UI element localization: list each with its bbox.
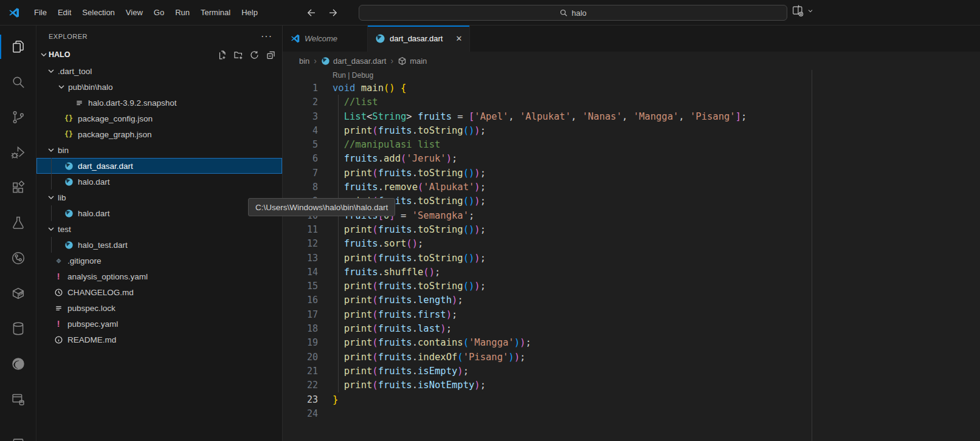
code-line-21[interactable]: 21 print(fruits.isEmpty); xyxy=(283,364,980,378)
line-number[interactable]: 23 xyxy=(283,393,318,407)
menu-edit[interactable]: Edit xyxy=(52,5,77,20)
line-number[interactable]: 6 xyxy=(283,152,318,166)
code-line-14[interactable]: 14 fruits.shuffle(); xyxy=(283,265,980,279)
line-number[interactable]: 16 xyxy=(283,293,318,307)
line-number[interactable]: 20 xyxy=(283,350,318,364)
line-number[interactable]: 14 xyxy=(283,265,318,279)
search-icon[interactable] xyxy=(0,64,36,100)
sidebar-more-actions-icon[interactable]: ··· xyxy=(261,31,272,42)
refresh-icon[interactable] xyxy=(249,50,260,60)
menu-go[interactable]: Go xyxy=(148,5,170,20)
tab-dart-dasar.dart[interactable]: dart_dasar.dart✕ xyxy=(368,26,470,52)
tree-folder-.dart-tool[interactable]: .dart_tool xyxy=(36,63,282,79)
code-line-3[interactable]: 3 List<String> fruits = ['Apel', 'Alpuka… xyxy=(283,110,980,124)
line-number[interactable]: 2 xyxy=(283,95,318,109)
line-number[interactable]: 8 xyxy=(283,180,318,194)
tree-file-halo.dart-3.9.2.snapshot[interactable]: halo.dart-3.9.2.snapshot xyxy=(36,95,282,111)
code-line-13[interactable]: 13 print(fruits.toString()); xyxy=(283,251,980,265)
code-line-23[interactable]: 23} xyxy=(283,393,980,407)
line-number[interactable]: 7 xyxy=(283,166,318,180)
containers-icon[interactable] xyxy=(0,276,36,311)
line-number[interactable]: 1 xyxy=(283,81,318,95)
folder-section-header[interactable]: HALO xyxy=(36,47,282,62)
tree-folder-bin[interactable]: bin xyxy=(36,142,282,158)
tree-folder-pub-bin-halo[interactable]: pub\bin\halo xyxy=(36,79,282,95)
code-line-22[interactable]: 22 print(fruits.isNotEmpty); xyxy=(283,378,980,392)
menu-run[interactable]: Run xyxy=(170,5,195,20)
testing-icon[interactable] xyxy=(0,205,36,241)
line-number[interactable]: 19 xyxy=(283,336,318,350)
line-number[interactable]: 15 xyxy=(283,279,318,293)
code-line-20[interactable]: 20 print(fruits.indexOf('Pisang')); xyxy=(283,350,980,364)
tree-file-analysis-options.yaml[interactable]: !analysis_options.yaml xyxy=(36,268,282,284)
new-file-icon[interactable] xyxy=(216,50,227,60)
sql-database-icon[interactable] xyxy=(0,381,36,417)
line-number[interactable]: 17 xyxy=(283,308,318,322)
new-folder-icon[interactable] xyxy=(233,50,243,60)
code-line-4[interactable]: 4 print(fruits.toString()); xyxy=(283,124,980,138)
code-line-18[interactable]: 18 print(fruits.last); xyxy=(283,322,980,336)
close-icon[interactable]: ✕ xyxy=(455,34,462,43)
line-number[interactable]: 12 xyxy=(283,237,318,251)
code-line-6[interactable]: 6 fruits.add('Jeruk'); xyxy=(283,152,980,166)
tree-file-package-config.json[interactable]: {}package_config.json xyxy=(36,111,282,126)
tab-welcome[interactable]: Welcome xyxy=(283,26,368,52)
breadcrumb-item-bin[interactable]: bin xyxy=(299,56,309,66)
codelens-run-link[interactable]: Run xyxy=(333,71,346,80)
menu-selection[interactable]: Selection xyxy=(77,5,120,20)
menu-terminal[interactable]: Terminal xyxy=(195,5,236,20)
command-center-search[interactable]: halo xyxy=(359,5,787,21)
line-number[interactable]: 22 xyxy=(283,378,318,392)
line-number[interactable]: 18 xyxy=(283,322,318,336)
tree-file-pubspec.lock[interactable]: pubspec.lock xyxy=(36,300,282,316)
line-number[interactable]: 3 xyxy=(283,110,318,124)
edge-tools-icon[interactable] xyxy=(0,346,36,381)
customize-layout-icon[interactable] xyxy=(791,4,804,18)
tree-file-.gitignore[interactable]: .gitignore xyxy=(36,253,282,268)
code-area[interactable]: Run | Debug 1void main() {2 //list3 List… xyxy=(283,70,980,441)
line-number[interactable]: 4 xyxy=(283,124,318,138)
tree-file-pubspec.yaml[interactable]: !pubspec.yaml xyxy=(36,316,282,332)
code-line-19[interactable]: 19 print(fruits.contains('Mangga')); xyxy=(283,336,980,350)
line-number[interactable]: 5 xyxy=(283,138,318,152)
tree-file-halo.dart[interactable]: halo.dart xyxy=(36,205,282,221)
line-number[interactable]: 24 xyxy=(283,407,318,421)
code-line-11[interactable]: 11 print(fruits.toString()); xyxy=(283,223,980,237)
menu-view[interactable]: View xyxy=(120,5,148,20)
gitlens-icon[interactable] xyxy=(0,241,36,276)
code-line-8[interactable]: 8 fruits.remove('Alpukat'); xyxy=(283,180,980,194)
code-line-7[interactable]: 7 print(fruits.toString()); xyxy=(283,166,980,180)
tree-folder-lib[interactable]: lib xyxy=(36,190,282,205)
code-line-1[interactable]: 1void main() { xyxy=(283,81,980,95)
collapse-all-icon[interactable] xyxy=(266,50,276,60)
line-number[interactable]: 13 xyxy=(283,251,318,265)
breadcrumb-item-main[interactable]: main xyxy=(398,56,427,66)
extensions-icon[interactable] xyxy=(0,170,36,205)
forward-arrow-icon[interactable] xyxy=(326,6,340,19)
breadcrumb-item-dart-dasar.dart[interactable]: dart_dasar.dart xyxy=(321,56,386,66)
code-line-15[interactable]: 15 print(fruits.toString()); xyxy=(283,279,980,293)
source-control-icon[interactable] xyxy=(0,100,36,135)
panel-partial-icon[interactable] xyxy=(0,417,36,441)
code-line-5[interactable]: 5 //manipulasi list xyxy=(283,138,980,152)
line-number[interactable]: 11 xyxy=(283,223,318,237)
tree-file-dart-dasar.dart[interactable]: dart_dasar.dart xyxy=(36,158,282,174)
code-line-2[interactable]: 2 //list xyxy=(283,95,980,109)
codelens-debug-link[interactable]: Debug xyxy=(352,71,373,80)
tree-file-readme.md[interactable]: README.md xyxy=(36,332,282,347)
run-debug-icon[interactable] xyxy=(0,135,36,170)
tree-folder-test[interactable]: test xyxy=(36,221,282,237)
tree-file-package-graph.json[interactable]: {}package_graph.json xyxy=(36,126,282,142)
chevron-down-icon[interactable] xyxy=(807,7,814,15)
database-icon[interactable] xyxy=(0,311,36,346)
code-line-12[interactable]: 12 fruits.sort(); xyxy=(283,237,980,251)
code-line-17[interactable]: 17 print(fruits.first); xyxy=(283,308,980,322)
tree-file-halo-test.dart[interactable]: halo_test.dart xyxy=(36,237,282,253)
tree-file-halo.dart[interactable]: halo.dart xyxy=(36,174,282,190)
tree-file-changelog.md[interactable]: CHANGELOG.md xyxy=(36,284,282,300)
menu-help[interactable]: Help xyxy=(236,5,263,20)
back-arrow-icon[interactable] xyxy=(305,6,318,19)
code-line-24[interactable]: 24 xyxy=(283,407,980,421)
line-number[interactable]: 21 xyxy=(283,364,318,378)
menu-file[interactable]: File xyxy=(29,5,52,20)
